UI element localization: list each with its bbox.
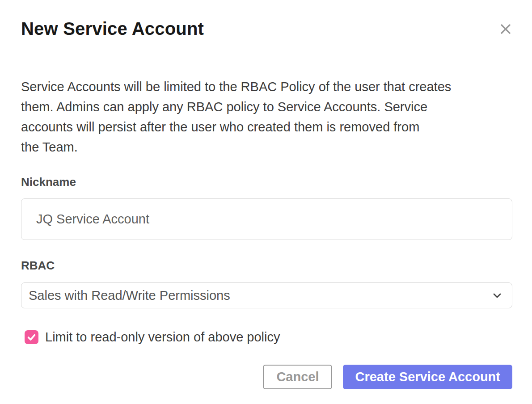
new-service-account-dialog: New Service Account Service Accounts wil… [0,0,532,404]
page-title: New Service Account [21,18,512,39]
readonly-checkbox[interactable] [25,330,38,344]
dialog-description: Service Accounts will be limited to the … [21,77,512,157]
cancel-button[interactable]: Cancel [263,365,332,389]
checkmark-icon [26,332,37,342]
dialog-actions: Cancel Create Service Account [21,365,512,389]
chevron-down-icon [491,290,503,301]
rbac-selected-value: Sales with Read/Write Permissions [29,288,230,303]
close-button[interactable] [497,21,514,38]
readonly-checkbox-label[interactable]: Limit to read-only version of above poli… [45,330,280,345]
rbac-label: RBAC [21,259,512,273]
create-service-account-button[interactable]: Create Service Account [343,365,512,389]
nickname-input[interactable] [21,198,512,240]
readonly-limit-row: Limit to read-only version of above poli… [21,330,512,345]
rbac-select[interactable]: Sales with Read/Write Permissions [21,282,512,308]
close-icon [498,22,513,36]
nickname-label: Nickname [21,175,512,189]
